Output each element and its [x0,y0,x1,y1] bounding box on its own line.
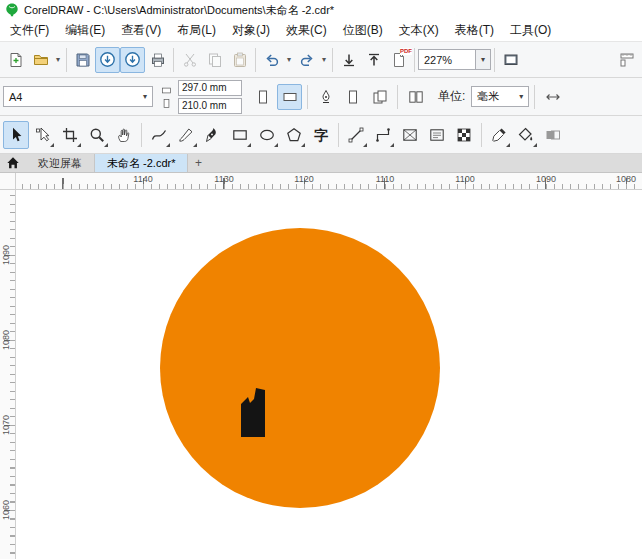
nudge-distance-button[interactable] [540,84,565,110]
menu-bitmaps[interactable]: 位图(B) [335,20,391,41]
menu-edit[interactable]: 编辑(E) [57,20,113,41]
new-document-button[interactable] [3,47,28,73]
search-content-button[interactable] [95,47,120,73]
tab-welcome-screen[interactable]: 欢迎屏幕 [26,154,95,172]
undo-icon [264,52,280,68]
connector-tool[interactable] [370,121,396,149]
drawing-canvas[interactable] [16,190,642,559]
horizontal-ruler[interactable]: 1140 1130 1120 1110 1100 1090 1080 [16,173,642,190]
new-document-icon [8,52,24,68]
redo-button[interactable] [294,47,319,73]
interactive-fill-tool[interactable] [513,121,539,149]
menu-effects[interactable]: 效果(C) [278,20,335,41]
tab-welcome-label: 欢迎屏幕 [38,156,82,171]
flyout-triangle-icon [104,143,108,147]
home-button[interactable] [0,154,26,172]
graphic-frame-icon [402,127,418,143]
line-icon [348,127,364,143]
undo-button[interactable] [259,47,284,73]
menu-layout[interactable]: 布局(L) [169,20,224,41]
zoom-level-combobox[interactable]: 227% [418,49,476,70]
crop-tool[interactable] [57,121,83,149]
export-icon [366,52,382,68]
get-more-button[interactable] [120,47,145,73]
current-page-settings-button[interactable] [313,84,338,110]
placeholder-frame-tool[interactable] [451,121,477,149]
all-pages-button[interactable] [340,84,365,110]
hruler-label: 1080 [616,174,636,184]
menu-tools[interactable]: 工具(O) [502,20,559,41]
page-size-dropdown-arrow[interactable]: ▾ [143,92,147,101]
fullscreen-preview-button[interactable] [498,47,523,73]
text-tool[interactable]: 字 [308,121,334,149]
facing-pages-button[interactable] [367,84,392,110]
page-width-field[interactable]: 297.0 mm [178,80,242,96]
pen-tool[interactable] [200,121,226,149]
menu-object[interactable]: 对象(J) [224,20,278,41]
page-size-combobox[interactable]: A4 ▾ [3,86,153,107]
portrait-button[interactable] [250,84,275,110]
flyout-triangle-icon [247,143,251,147]
units-combobox[interactable]: 毫米 ▾ [471,86,529,107]
flyout-triangle-icon [390,143,394,147]
page-height-value: 210.0 mm [182,100,226,111]
units-dropdown-arrow[interactable]: ▾ [519,92,523,101]
checkerboard-icon [456,127,472,143]
eyedropper-tool[interactable] [486,121,512,149]
copy-icon [207,52,223,68]
menu-table[interactable]: 表格(T) [447,20,502,41]
tab-document-label: 未命名 -2.cdr* [107,156,175,171]
landscape-button[interactable] [277,84,302,110]
page-height-field[interactable]: 210.0 mm [178,98,242,114]
undo-dropdown-arrow[interactable]: ▾ [284,47,294,73]
curve-icon [151,127,167,143]
separator [66,48,67,72]
freehand-tool[interactable] [146,121,172,149]
rectangle-tool[interactable] [227,121,253,149]
home-icon [6,156,20,170]
artistic-media-tool[interactable] [173,121,199,149]
page-height-icon [161,98,172,109]
import-button[interactable] [336,47,361,73]
ellipse-tool[interactable] [254,121,280,149]
save-button[interactable] [70,47,95,73]
show-rulers-button[interactable] [614,47,639,73]
open-button[interactable] [28,47,53,73]
pen-icon [205,127,221,143]
new-tab-button[interactable]: + [188,154,208,172]
transparency-tool[interactable] [540,121,566,149]
line-tool[interactable] [343,121,369,149]
ruler-corner [0,173,16,190]
shape-tool[interactable] [30,121,56,149]
print-button[interactable] [145,47,170,73]
menu-text[interactable]: 文本(X) [391,20,447,41]
export-button[interactable] [361,47,386,73]
open-dropdown-arrow[interactable]: ▾ [53,47,63,73]
shape-arrow-icon [35,127,51,143]
pick-tool[interactable] [3,121,29,149]
nudge-icon [545,89,561,105]
vertical-ruler[interactable]: 1090 1080 1070 1060 [0,190,16,559]
cut-button[interactable] [177,47,202,73]
black-shape-object[interactable] [241,388,266,438]
flyout-triangle-icon [274,143,278,147]
flyout-triangle-icon [506,143,510,147]
crop-icon [62,127,78,143]
tab-document[interactable]: 未命名 -2.cdr* [95,154,188,172]
separator [332,48,333,72]
pan-tool[interactable] [111,121,137,149]
page-layout-button[interactable] [403,84,428,110]
menu-view[interactable]: 查看(V) [113,20,169,41]
text-frame-tool[interactable] [424,121,450,149]
menubar: 文件(F) 编辑(E) 查看(V) 布局(L) 对象(J) 效果(C) 位图(B… [0,20,642,42]
polygon-tool[interactable] [281,121,307,149]
publish-pdf-button[interactable]: PDF [386,47,411,73]
copy-button[interactable] [202,47,227,73]
paste-button[interactable] [227,47,252,73]
redo-dropdown-arrow[interactable]: ▾ [319,47,329,73]
graphic-frame-tool[interactable] [397,121,423,149]
zoom-tool[interactable] [84,121,110,149]
zoom-level-dropdown-arrow[interactable]: ▾ [476,49,491,70]
menu-file[interactable]: 文件(F) [2,20,57,41]
orange-circle-object[interactable] [160,228,440,508]
